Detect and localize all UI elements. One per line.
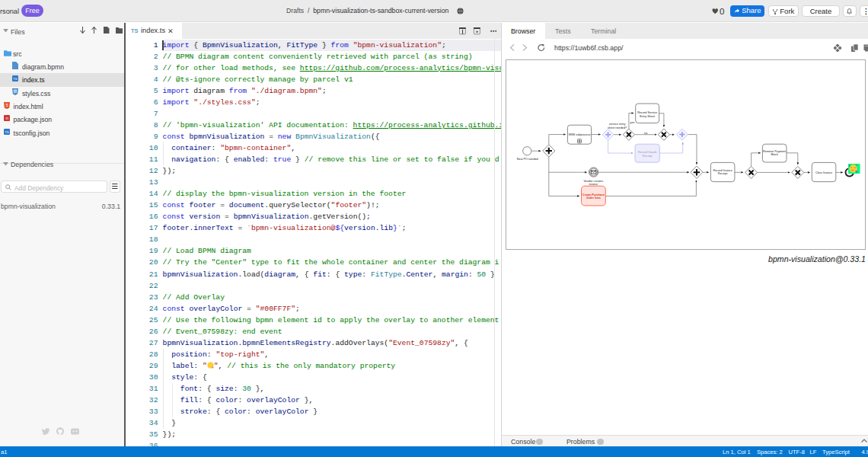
svg-text:Vendor creates: Vendor creates bbox=[584, 180, 604, 183]
svg-text:New PO needed: New PO needed bbox=[517, 158, 538, 161]
svg-text:5: 5 bbox=[5, 103, 8, 107]
svg-text:invoice: invoice bbox=[589, 183, 598, 186]
svg-text:SRM subprocess: SRM subprocess bbox=[569, 133, 591, 136]
svg-text:yes: yes bbox=[630, 121, 635, 124]
svg-text:Create Purchase: Create Purchase bbox=[582, 193, 605, 197]
svg-text:Block: Block bbox=[771, 153, 778, 156]
svg-text:Remove Payment: Remove Payment bbox=[763, 150, 787, 153]
svg-text:TS: TS bbox=[13, 77, 18, 81]
svg-text:Record Goods: Record Goods bbox=[638, 151, 657, 154]
svg-text:sheet needed?: sheet needed? bbox=[608, 126, 627, 129]
svg-text:no: no bbox=[644, 132, 647, 135]
svg-text:Record Invoice: Record Invoice bbox=[713, 169, 732, 172]
svg-text:Receipt: Receipt bbox=[643, 155, 653, 158]
svg-text:TS: TS bbox=[5, 130, 9, 134]
svg-text:n: n bbox=[5, 117, 8, 121]
svg-text:service entry: service entry bbox=[609, 123, 626, 126]
svg-text:Receipt: Receipt bbox=[718, 172, 729, 175]
svg-text:Record Service: Record Service bbox=[637, 111, 657, 114]
svg-text:Entry Sheet: Entry Sheet bbox=[640, 115, 656, 118]
svg-text:Clear Invoice: Clear Invoice bbox=[815, 171, 832, 174]
svg-text:Order Item: Order Item bbox=[586, 197, 601, 200]
